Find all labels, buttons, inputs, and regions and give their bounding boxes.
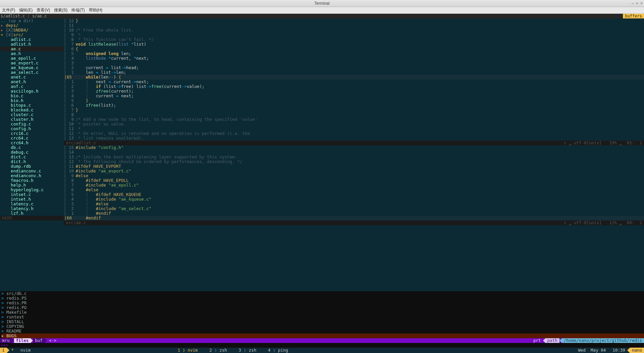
code-line[interactable]: | 1 ¦ #endif (64, 211, 644, 216)
tree-row[interactable]: blocked.c (1, 108, 64, 112)
tree-row[interactable]: crc16.c (1, 131, 64, 136)
menu-item[interactable]: 终端(T) (71, 7, 85, 13)
code-line[interactable]: | 12 * The following should be ordered b… (64, 159, 644, 164)
tree-row[interactable]: config.c (1, 122, 64, 127)
tree-row[interactable]: intset.c (1, 192, 64, 197)
code-line[interactable]: | 2 ¦ if (list->free) list->free(current… (64, 84, 644, 89)
code-line[interactable]: | 13 * list remains unaltered). (64, 136, 644, 141)
code-line[interactable]: | 6 #else (64, 188, 644, 192)
code-line[interactable]: | 1 len = list->len; (64, 70, 644, 75)
code-line[interactable]: | 4 ¦ current = next; (64, 94, 644, 98)
ctrlp-mru[interactable]: mru (0, 338, 12, 343)
tree-row[interactable]: ▾ [X]src/ (1, 33, 64, 37)
tree-row[interactable]: ae_evport.c (1, 61, 64, 65)
code-line[interactable]: | 6 { (64, 47, 644, 51)
code-line[interactable]: | 3 (64, 61, 644, 65)
code-line[interactable]: | 6 zfree(list); (64, 103, 644, 108)
tree-row[interactable]: crc64.h (1, 141, 64, 145)
code-line[interactable]: | 15 #include "config.h" (64, 145, 644, 150)
tree-row[interactable]: crc64.c (1, 136, 64, 141)
tree-row[interactable]: aof.c (1, 84, 64, 89)
tree-row[interactable]: ae.c (1, 47, 64, 51)
tree-row[interactable]: ae_select.c (1, 70, 64, 75)
tmux-window[interactable]: 3 ❭ zsh (234, 348, 263, 353)
tmux-window[interactable]: 2 ❭ zsh (205, 348, 234, 353)
code-line[interactable]: | 3 ¦ zfree(current); (64, 89, 644, 94)
tree-row[interactable]: debug.c (1, 150, 64, 155)
tree-row[interactable]: anet.c (1, 75, 64, 80)
tree-row[interactable]: latency.h (1, 206, 64, 211)
tree-row[interactable]: bio.c (1, 94, 64, 98)
code-line[interactable]: |60 #endif (64, 216, 644, 220)
code-line[interactable]: | 5 } (64, 98, 644, 103)
tree-row[interactable]: db.c (1, 145, 64, 150)
maximize-icon[interactable]: + (636, 1, 638, 6)
code-line[interactable]: |65 while(len--) { (64, 75, 644, 80)
tree-row[interactable]: dict.h (1, 159, 64, 164)
code-line[interactable]: | 11 * (64, 127, 644, 131)
tree-row[interactable]: intset.h (1, 197, 64, 202)
buffers-badge[interactable]: buffers (623, 14, 644, 18)
close-icon[interactable]: × (640, 1, 643, 6)
code-line[interactable]: | 8 * This function can't fail. */ (64, 37, 644, 42)
code-line[interactable]: | 13 /* Include the best multiplexing la… (64, 155, 644, 159)
ctrlp-item[interactable]: > README (1, 329, 644, 334)
tree-row[interactable]: dump.rdb (1, 164, 64, 169)
ctrlp-files[interactable]: files (14, 338, 31, 343)
ctrlp-item[interactable]: > INSTALL (1, 319, 644, 324)
code-line[interactable]: | 9 * (64, 33, 644, 37)
menu-item[interactable]: 查看(V) (37, 7, 50, 13)
tmux-window[interactable]: 1 ❭ nvim (173, 348, 205, 353)
tree-row[interactable]: lzf.h (1, 211, 64, 216)
tree-row[interactable]: adlist.h (1, 42, 64, 47)
tree-row[interactable]: fmacros.h (1, 178, 64, 183)
menu-item[interactable]: 编辑(E) (19, 7, 33, 13)
ctrlp-item-selected[interactable]: ▸ BUGS (1, 334, 644, 338)
code-line[interactable]: | 4 ¦ #include "ae_kqueue.c" (64, 197, 644, 202)
tree-row[interactable]: asciilogo.h (1, 89, 64, 94)
tmux-session[interactable]: 1 (0, 348, 7, 353)
tree-row[interactable]: bitops.c (1, 103, 64, 108)
menu-item[interactable]: 帮助(H) (89, 7, 103, 13)
tree-row[interactable]: hyperloglog.c (1, 188, 64, 192)
menu-item[interactable]: 文件(F) (2, 7, 15, 13)
code-line[interactable]: | 10 /* Free the whole list. (64, 28, 644, 33)
code-line[interactable]: | 11 #ifdef HAVE_EVPORT (64, 164, 644, 169)
ctrlp-item[interactable]: > COPYING (1, 324, 644, 329)
code-line[interactable]: | 10 #include "ae_evport.c" (64, 169, 644, 173)
code-line[interactable]: | 9 #else (64, 173, 644, 178)
code-line[interactable]: | 1 ¦ next = current->next; (64, 80, 644, 84)
tree-row[interactable]: adlist.c (1, 37, 64, 42)
code-line[interactable]: | 5 unsigned long len; (64, 51, 644, 56)
tree-row[interactable]: endianconv.h (1, 173, 64, 178)
menu-item[interactable]: 搜索(S) (54, 7, 67, 13)
tab-ae[interactable]: s/ae.c (32, 14, 47, 18)
code-line[interactable]: | 11 (64, 23, 644, 28)
ctrlp-item[interactable]: > runtest (1, 315, 644, 319)
code-line[interactable]: | 5 ¦ #ifdef HAVE_KQUEUE (64, 192, 644, 197)
tree-row[interactable]: dict.c (1, 155, 64, 159)
tmux-window[interactable]: 4 ❭ ping (263, 348, 295, 353)
code-line[interactable]: | 4 listNode *current, *next; (64, 56, 644, 61)
file-tree[interactable]: .. (up a dir)▸ deps/▸ [X]SNDB4/▾ [X]src/… (0, 18, 64, 291)
tree-row[interactable]: ae_epoll.c (1, 56, 64, 61)
ctrlp-prompt[interactable]: >>> (0, 343, 644, 348)
tree-row[interactable]: latency.c (1, 202, 64, 206)
tree-row[interactable]: bio.h (1, 98, 64, 103)
tree-row[interactable]: cluster.h (1, 117, 64, 122)
code-line[interactable]: | 10 * pointer as value. (64, 122, 644, 127)
code-line[interactable]: | 12 * On error, NULL is returned and no… (64, 131, 644, 136)
editor-top-split[interactable]: | 12 }| 11 | 10 /* Free the whole list.|… (64, 18, 644, 141)
tree-row[interactable]: ▸ [X]SNDB4/ (1, 28, 64, 33)
code-line[interactable]: | 2 current = list->head; (64, 65, 644, 70)
ctrlp-buf[interactable]: buf (33, 338, 45, 343)
code-line[interactable]: | 8 (64, 112, 644, 117)
code-line[interactable]: | 9 /* Add a new node to the list, to he… (64, 117, 644, 122)
tree-row[interactable]: .. (up a dir) (1, 18, 64, 23)
ctrlp-item[interactable]: > Makefile (1, 310, 644, 315)
tree-row[interactable]: ▸ deps/ (1, 23, 64, 28)
code-line[interactable]: | 7 #include "ae_epoll.c" (64, 183, 644, 188)
tab-adlist[interactable]: s/adlist.c (1, 14, 25, 18)
code-line[interactable]: | 7 } (64, 108, 644, 112)
ctrlp-results[interactable]: > src/db.c> redis.PS> redis.PR> redis.PO… (0, 291, 644, 338)
